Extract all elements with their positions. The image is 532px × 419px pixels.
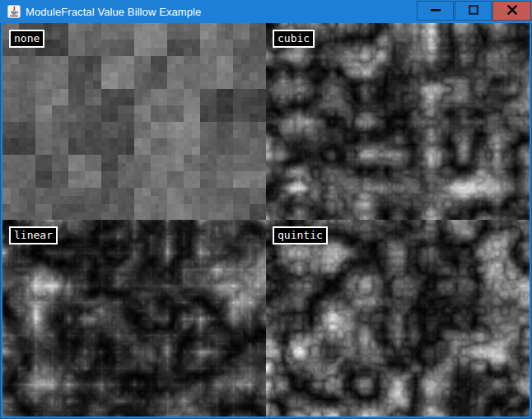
java-coffee-cup-icon [7,5,21,18]
window-title: ModuleFractal Value Billow Example [26,6,201,18]
titlebar[interactable]: ModuleFractal Value Billow Example [0,0,532,23]
noise-canvas [2,23,530,417]
maximize-button[interactable] [455,1,492,21]
panel-label-none: none [9,30,44,48]
app-window: ModuleFractal Value Billow Example [0,0,532,419]
minimize-button[interactable] [417,1,454,21]
close-icon [506,4,518,18]
minimize-icon [430,4,441,18]
panel-label-cubic: cubic [273,30,315,48]
panel-label-linear: linear [9,226,58,244]
window-controls [417,1,531,21]
maximize-icon [468,4,479,18]
close-button[interactable] [492,1,531,21]
noise-grid: none cubic linear quintic [2,23,530,417]
panel-label-quintic: quintic [273,226,328,244]
